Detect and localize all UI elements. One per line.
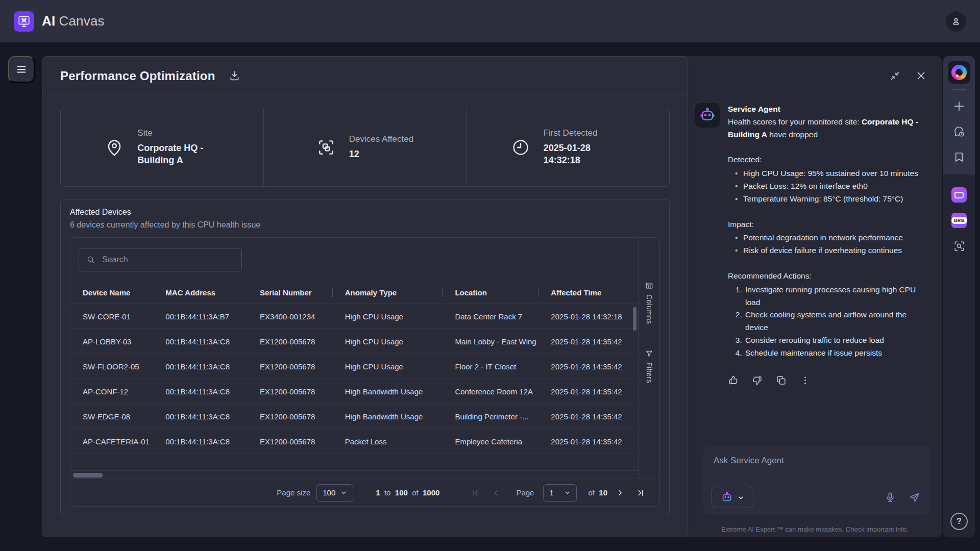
brand-title: AICanvas [42,13,105,29]
more-vertical-icon [800,375,811,386]
card-title: Affected Devices [70,208,660,217]
new-canvas-button[interactable] [948,95,970,117]
cell-location: Main Lobby - East Wing [443,337,538,346]
cell-device-name: AP-CONF-12 [70,387,153,396]
horizontal-scrollbar-track [70,470,638,479]
canvas-tool-button[interactable] [948,184,970,206]
column-header-mac-address[interactable]: MAC Address [153,288,248,297]
page-select[interactable]: 1 [543,484,577,502]
cell-device-name: AP-LOBBY-03 [70,337,153,346]
cell-anomaly-type: High Bandwidth Usage [333,412,443,421]
recommended-action-item: Investigate running processes causing hi… [744,284,930,309]
bookmark-button[interactable] [948,146,970,168]
send-button[interactable] [909,492,920,503]
cell-mac-address: 00:1B:44:11:3A:C8 [153,362,248,371]
menu-button[interactable] [8,56,35,83]
detected-list: High CPU Usage: 95% sustained over 10 mi… [728,167,930,205]
recommended-action-item: Schedule maintenance if issue persists [744,347,930,360]
agent-select-button[interactable] [712,487,753,508]
copy-icon [776,375,787,386]
stat-devices-affected: Devices Affected 12 [263,108,467,186]
affected-devices-card: Affected Devices 6 devices currently aff… [60,199,670,516]
next-page-button[interactable] [612,485,628,500]
devices-frame-icon [316,138,336,157]
table-body: SW-CORE-01 00:1B:44:11:3A:B7 EX3400-0012… [70,304,638,470]
table-side-rail: Columns Filters [638,238,659,479]
stat-value: Corporate HQ - Building A [137,142,219,167]
vertical-scrollbar[interactable] [633,307,636,331]
table-header-row: Device Name MAC Address Serial Number An… [70,282,638,304]
table-row[interactable]: SW-EDGE-08 00:1B:44:11:3A:C8 EX1200-0056… [70,404,638,429]
download-button[interactable] [229,70,240,82]
page-title: Performance Optimization [60,69,215,83]
send-icon [909,492,920,503]
copy-button[interactable] [776,375,787,386]
recommended-actions-list: Investigate running processes causing hi… [728,284,930,360]
canvas-icon [951,187,967,203]
collapse-icon [890,70,900,81]
robot-avatar-icon [695,103,720,128]
total-pages-text: of 10 [588,488,607,497]
chat-history-button[interactable] [948,120,970,143]
close-button[interactable] [916,70,926,81]
search-field [79,248,242,271]
horizontal-scrollbar[interactable] [73,473,103,478]
impact-item: Potential degradation in network perform… [735,232,930,244]
cell-serial-number: EX3400-001234 [248,312,333,321]
rail-divider [952,89,966,90]
more-options-button[interactable] [800,375,811,386]
help-button[interactable]: ? [950,513,968,530]
chevron-left-icon [492,488,501,497]
agent-name: Service Agent [728,103,930,116]
first-page-button[interactable] [468,485,483,500]
cell-location: Floor 2 - IT Closet [443,362,538,371]
document-panel: Performance Optimization [42,56,688,537]
table-row[interactable]: SW-FLOOR2-05 00:1B:44:11:3A:C8 EX1200-00… [70,354,638,379]
pagination-bar: Page size 100 1 to 100 of 1000 [70,479,659,506]
cell-affected-time: 2025-01-28 14:35:42 [538,437,638,446]
thumbs-down-button[interactable] [752,375,763,386]
column-header-affected-time[interactable]: Affected Time [538,288,638,297]
service-agent-panel: Service Agent Health scores for your mon… [688,56,942,537]
table-row[interactable]: AP-LOBBY-03 00:1B:44:11:3A:C8 EX1200-005… [70,329,638,354]
table-row[interactable]: AP-CAFETERIA-01 00:1B:44:11:3A:C8 EX1200… [70,429,638,454]
thumbs-up-button[interactable] [728,375,739,386]
stat-label: Devices Affected [349,134,413,144]
cell-location: Conference Room 12A [443,387,538,396]
scan-search-button[interactable] [948,235,970,257]
impact-item: Risk of device failure if overheating co… [735,244,930,257]
column-header-device-name[interactable]: Device Name [70,288,153,297]
filters-tab[interactable]: Filters [645,349,653,383]
stat-first-detected: First Detected 2025-01-28 14:32:18 [466,108,669,186]
app-swirl-logo-icon[interactable] [948,61,970,84]
microphone-icon [885,492,896,503]
page-size-select[interactable]: 100 [316,484,353,502]
chevron-right-icon [616,488,625,497]
microphone-button[interactable] [885,492,896,503]
ask-agent-input[interactable] [713,455,921,481]
cell-affected-time: 2025-01-28 14:35:42 [538,412,638,421]
detected-heading: Detected: [728,154,930,166]
last-page-button[interactable] [633,485,648,500]
column-header-serial-number[interactable]: Serial Number [248,288,333,297]
cell-affected-time: 2025-01-28 14:32:18 [538,312,638,321]
recommended-action-item: Check cooling systems and airflow around… [744,309,930,334]
cell-mac-address: 00:1B:44:11:3A:C8 [153,337,248,346]
beta-feature-button[interactable]: Beta [948,209,970,232]
cell-serial-number: EX1200-005678 [248,437,333,446]
previous-page-button[interactable] [488,485,504,500]
table-row[interactable]: AP-CONF-12 00:1B:44:11:3A:C8 EX1200-0056… [70,379,638,404]
collapse-button[interactable] [890,70,900,81]
table-row[interactable]: SW-CORE-01 00:1B:44:11:3A:B7 EX3400-0012… [70,304,638,329]
search-input[interactable] [101,255,234,265]
agent-message: Service Agent Health scores for your mon… [695,103,930,360]
column-header-anomaly-type[interactable]: Anomaly Type [333,288,443,297]
cell-serial-number: EX1200-005678 [248,362,333,371]
cell-anomaly-type: High Bandwidth Usage [333,387,443,396]
cell-device-name: SW-CORE-01 [70,312,153,321]
user-avatar[interactable] [946,11,966,32]
chevron-down-icon [738,494,744,501]
app-header: AICanvas [0,0,980,42]
column-header-location[interactable]: Location [443,288,538,297]
columns-tab[interactable]: Columns [645,282,653,324]
